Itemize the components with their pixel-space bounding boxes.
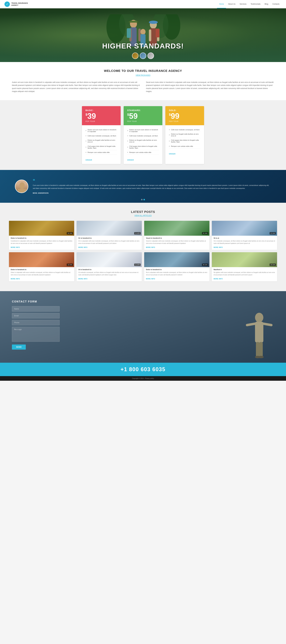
welcome-section: WELCOME TO OUR TRAVEL INSURANCE AGENCY V… <box>0 62 286 100</box>
order-link-gold[interactable]: ORDER <box>169 153 176 155</box>
pricing-feature: Dolore eu feugait nulla facilisis at ver… <box>85 138 117 144</box>
hero-content: HIGHER STANDARDS! <box>0 8 286 62</box>
quote-mark: ❝ <box>33 178 271 183</box>
post-content-7: Dolor in hendrerit in No in vulputate ve… <box>144 267 209 281</box>
svg-point-19 <box>19 182 25 188</box>
post-image-1: 31 JAN <box>9 221 74 236</box>
contact-form-title: CONTACT FORM <box>12 300 60 303</box>
nav-about[interactable]: About Us <box>226 0 238 8</box>
post-date-5: 13 JAN <box>67 264 73 266</box>
pricing-card-gold: GOLD: $ 99 PER TOUR Celit esse molestie … <box>165 106 204 164</box>
more-info-3[interactable]: MORE INFO <box>146 246 155 248</box>
testimonial-section: ❝ Cum eum iruire dolor in hendrerit in v… <box>0 170 286 203</box>
pricing-feature: Rempor cum soluta nobis olite <box>85 150 117 154</box>
more-info-6[interactable]: MORE INFO <box>78 278 87 280</box>
svg-rect-26 <box>256 342 260 357</box>
post-image-6: 11 APR <box>77 252 142 267</box>
pricing-tier-basic: BASIC: <box>85 109 117 112</box>
welcome-title: WELCOME TO OUR TRAVEL INSURANCE AGENCY <box>12 69 274 72</box>
pricing-card-standard: STANDARD: $ 59 PER TOUR Autem vel eum ir… <box>124 106 162 164</box>
logo-area: ✓ TRAVEL INSURANCE AGENCY <box>4 2 217 7</box>
phone-number[interactable]: +1 800 603 6035 <box>3 366 283 372</box>
testimonial-name: MIKE ANDERSON <box>33 192 271 194</box>
more-info-7[interactable]: MORE INFO <box>146 278 155 280</box>
welcome-col-1: Autem vel eum iruire dolor in hendrerit … <box>12 81 140 93</box>
post-title-7: Dolor in hendrerit in <box>146 269 208 270</box>
pricing-order-basic: ORDER <box>82 157 121 164</box>
post-title-8: Nasifont it <box>214 269 275 270</box>
message-field[interactable] <box>12 327 60 342</box>
post-img-inner-7 <box>144 252 209 267</box>
copyright-text: Copyright © 2014 - Privacy policy <box>132 378 154 379</box>
pricing-feature: Dolore eu feugait nulla facilisis at ver… <box>127 138 159 144</box>
post-excerpt-4: Si in molestie consequat, vel illum dolo… <box>214 240 275 245</box>
nav-blog[interactable]: Blog <box>263 0 270 8</box>
nav-contacts[interactable]: Contacts <box>270 0 282 8</box>
pricing-features-gold: Celit esse molestie consequat, vel illum… <box>165 125 204 151</box>
pricing-feature: Autem vel eum iruire dolore in hendrerit… <box>127 128 159 134</box>
hero-section: HIGHER STANDARDS! <box>0 8 286 62</box>
dollar-sign-basic: $ <box>85 113 87 116</box>
post-excerpt-2: Or in vulputate velit esse molestie cons… <box>78 240 140 245</box>
pricing-feature: Rempor cum soluta nobis olite <box>169 144 201 148</box>
view-packages-link[interactable]: VIEW PACKAGES <box>136 74 150 76</box>
more-info-8[interactable]: MORE INFO <box>214 278 223 280</box>
posts-grid-bottom: 13 JAN Dolor in hendrerit in Dolor in vu… <box>9 252 277 281</box>
post-title-3: Vount in hendrerit in <box>146 237 208 239</box>
post-card-8: 29 JUN Nasifont it Nu igidem velit esse … <box>212 252 277 281</box>
svg-point-22 <box>255 313 263 322</box>
testimonial-dots <box>141 199 145 200</box>
more-info-4[interactable]: MORE INFO <box>214 246 223 248</box>
name-field[interactable] <box>12 306 60 312</box>
email-field[interactable] <box>12 313 60 318</box>
post-card-4: 21 JUN Si in ut Si in molestie consequat… <box>212 221 277 250</box>
post-img-inner-5 <box>9 252 74 267</box>
welcome-columns: Autem vel eum iruire dolor in hendrerit … <box>12 81 274 93</box>
post-title-5: Dolor in hendrerit in <box>11 269 72 270</box>
order-link-standard[interactable]: ORDER <box>127 159 134 161</box>
post-content-8: Nasifont it Nu igidem velit esse molesti… <box>212 267 277 281</box>
post-img-inner-3 <box>144 221 209 236</box>
post-card-6: 11 APR Ut in hendrerit in Ut molestie co… <box>77 252 142 281</box>
pricing-feature: Rempor cum soluta nobis olite <box>127 150 159 154</box>
footer-bottom: Copyright © 2014 - Privacy policy <box>0 376 286 381</box>
pricing-tier-gold: GOLD: <box>169 109 201 112</box>
phone-field[interactable] <box>12 320 60 325</box>
more-info-2[interactable]: MORE INFO <box>78 246 87 248</box>
pricing-header-basic: BASIC: $ 39 PER TOUR <box>82 106 121 125</box>
nav-home[interactable]: Home <box>217 0 226 8</box>
hero-thumb-1[interactable] <box>132 52 139 59</box>
view-articles-link[interactable]: VIEW ALL ARTICLES <box>9 214 277 216</box>
pricing-price-gold: $ 99 <box>169 112 201 120</box>
post-date-2: 11 APR <box>134 232 141 234</box>
more-info-1[interactable]: MORE INFO <box>11 246 20 248</box>
post-card-5: 13 JAN Dolor in hendrerit in Dolor in vu… <box>9 252 74 281</box>
send-button[interactable]: SEND <box>12 344 26 350</box>
post-content-5: Dolor in hendrerit in Dolor in vulputate… <box>9 267 74 281</box>
pricing-price-basic: $ 39 <box>85 112 117 120</box>
dollar-sign-gold: $ <box>169 113 171 116</box>
more-info-5[interactable]: MORE INFO <box>11 278 20 280</box>
post-date-4: 21 JUN <box>270 232 276 234</box>
post-img-inner-2 <box>77 221 142 236</box>
order-link-basic[interactable]: ORDER <box>85 159 92 161</box>
nav-testimonials[interactable]: Testimonials <box>249 0 263 8</box>
testimonial-dot-2[interactable] <box>143 199 145 200</box>
post-card-3: 01 JUN Vount in hendrerit in Vount in vu… <box>144 221 209 250</box>
post-image-2: 11 APR <box>77 221 142 236</box>
pricing-order-standard: ORDER <box>124 157 162 164</box>
nav-services[interactable]: Services <box>238 0 249 8</box>
pricing-feature: Celit esse molestie consequat, vel illum <box>85 134 117 138</box>
site-header: ✓ TRAVEL INSURANCE AGENCY Home About Us … <box>0 0 286 8</box>
logo-text: TRAVEL INSURANCE AGENCY <box>11 2 28 6</box>
testimonial-dot-1[interactable] <box>141 199 143 200</box>
hero-thumb-3[interactable] <box>147 52 154 59</box>
pricing-features-basic: Autem vel eum iruire dolore in hendrerit… <box>82 125 121 157</box>
pricing-per-tour-gold: PER TOUR <box>169 120 201 122</box>
pricing-per-tour-standard: PER TOUR <box>127 120 159 122</box>
hero-thumbnails <box>132 52 154 59</box>
testimonial-avatar <box>15 180 28 193</box>
hero-thumb-2[interactable] <box>140 52 146 59</box>
post-content-1: Dolor in hendrerit in Condiment in vulpu… <box>9 236 74 250</box>
pricing-header-gold: GOLD: $ 99 PER TOUR <box>165 106 204 125</box>
